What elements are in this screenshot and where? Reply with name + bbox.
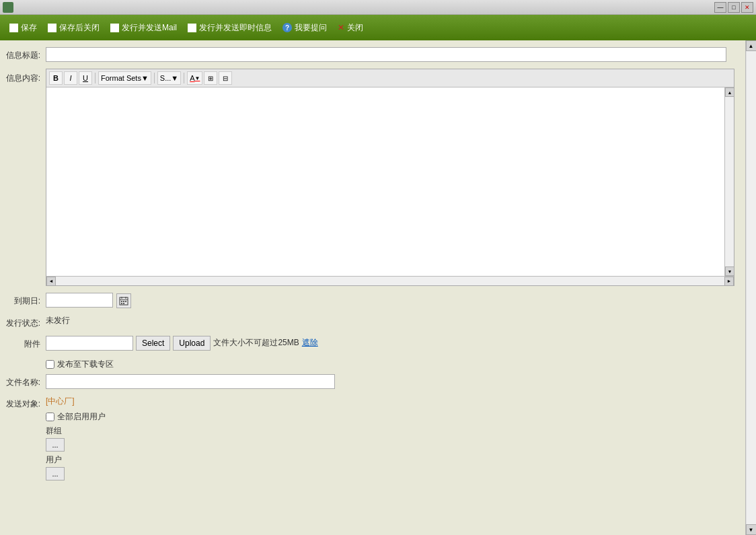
format-sets-button[interactable]: Format Sets▼ [98,71,151,85]
date-input[interactable] [46,293,113,308]
main-content: 信息标题: * 信息内容: B I U Format Sets▼ S [0,40,756,535]
save-close-icon [48,24,56,32]
scroll-up-button[interactable]: ▲ [746,40,757,51]
publish-download-label: 发布至下载专区 [57,359,114,370]
bold-button[interactable]: B [49,71,63,85]
publish-mail-icon [110,24,119,32]
recipients-row: 发送对象: [中心厂] 全部启用用户 群组 ... 用户 ... [0,394,745,485]
svg-rect-8 [123,303,124,304]
save-button[interactable]: 保存 [5,20,41,36]
publish-im-icon [188,24,196,32]
scroll-track-v [725,97,734,266]
select-button[interactable]: Select [136,336,170,351]
scroll-down-button[interactable]: ▼ [746,524,757,535]
separator3 [184,73,184,83]
maximize-button[interactable]: □ [728,2,740,13]
svg-rect-4 [121,301,122,302]
close-window-button[interactable]: ✕ [741,2,753,13]
due-date-label: 到期日: [5,293,46,307]
title-input[interactable] [46,47,726,62]
underline-button[interactable]: U [79,71,92,85]
attach-row: Select Upload 文件大小不可超过25MB 遮除 [46,336,740,351]
upload-button[interactable]: Upload [173,336,211,351]
attachment-label: 附件 [5,336,46,350]
right-scrollbar[interactable]: ▲ ▼ [745,40,756,535]
link-icon: ⊞ [208,75,213,82]
status-label: 发行状态: [5,315,46,329]
link-button[interactable]: ⊞ [204,71,217,85]
attachment-info: 文件大小不可超过25MB [213,337,299,349]
group-section: 群组 ... [46,425,740,452]
separator1 [95,73,96,83]
publish-download-checkbox[interactable] [46,360,54,369]
editor-body[interactable]: ▲ ▼ [46,87,734,276]
scroll-left-arrow[interactable]: ◄ [46,277,56,286]
title-bar: — □ ✕ [0,0,756,15]
recipients-control: [中心厂] 全部启用用户 群组 ... 用户 ... [46,396,740,483]
form-area: 信息标题: * 信息内容: B I U Format Sets▼ S [0,40,745,535]
user-button[interactable]: ... [46,467,65,480]
editor-container: B I U Format Sets▼ S...▼ A ▼ ⊞ [46,69,734,286]
user-section: 用户 ... [46,454,740,480]
title-control-area: * [46,47,740,62]
filename-label: 文件名称: [5,374,46,388]
user-label: 用户 [46,454,740,466]
unlink-icon: ⊟ [223,75,228,82]
scroll-up-arrow[interactable]: ▲ [725,87,734,97]
group-label: 群组 [46,425,740,437]
italic-button[interactable]: I [64,71,77,85]
filename-input[interactable] [46,374,335,389]
scroll-right-arrow[interactable]: ► [724,277,734,286]
title-row: 信息标题: * [0,46,745,63]
calendar-button[interactable] [116,293,131,308]
group-button[interactable]: ... [46,438,65,452]
content-row: 信息内容: B I U Format Sets▼ S...▼ A [0,67,745,287]
filename-control [46,374,740,389]
title-label: 信息标题: [5,47,46,61]
toolbar: 保存 保存后关闭 发行并发送Mail 发行并发送即时信息 ? 我要提问 ✕ 关闭 [0,15,756,40]
svg-rect-6 [125,301,126,302]
help-icon: ? [282,23,292,32]
publish-im-button[interactable]: 发行并发送即时信息 [184,20,276,36]
close-icon: ✕ [338,23,344,32]
scroll-track [747,51,756,524]
attachment-control: Select Upload 文件大小不可超过25MB 遮除 [46,336,740,351]
save-icon [9,24,18,32]
content-control-area: B I U Format Sets▼ S...▼ A ▼ ⊞ [46,69,740,286]
all-users-checkbox[interactable] [46,413,54,421]
separator2 [154,73,155,83]
minimize-button[interactable]: — [714,2,726,13]
editor-scrollbar-v[interactable]: ▲ ▼ [724,87,734,276]
size-button[interactable]: S...▼ [157,71,181,85]
help-button[interactable]: ? 我要提问 [278,20,331,36]
scroll-down-arrow[interactable]: ▼ [725,266,734,276]
app-icon [3,2,13,13]
save-close-button[interactable]: 保存后关闭 [44,20,104,36]
attachment-input[interactable] [46,336,133,351]
attachment-row: 附件 Select Upload 文件大小不可超过25MB 遮除 [0,334,745,352]
due-date-control [46,293,740,308]
svg-rect-5 [123,301,124,302]
content-label: 信息内容: [5,69,46,84]
svg-rect-7 [121,303,122,304]
due-date-row: 到期日: [0,291,745,310]
editor-scrollbar-h[interactable]: ◄ ► [46,276,734,285]
font-color-button[interactable]: A ▼ [187,71,202,85]
publish-mail-button[interactable]: 发行并发送Mail [106,20,181,36]
org-section: [中心厂] [46,396,740,407]
status-value-area: 未发行 [46,315,740,326]
status-value: 未发行 [46,313,70,325]
all-users-row: 全部启用用户 [46,408,740,425]
window-controls: — □ ✕ [714,2,753,13]
publish-download-row: 发布至下载专区 [46,356,745,373]
filename-row: 文件名称: [0,373,745,390]
status-row: 发行状态: 未发行 [0,314,745,330]
unlink-button[interactable]: ⊟ [219,71,232,85]
editor-toolbar: B I U Format Sets▼ S...▼ A ▼ ⊞ [46,69,734,87]
delete-link[interactable]: 遮除 [302,337,318,349]
all-users-label: 全部启用用户 [57,411,106,423]
calendar-icon [119,296,128,306]
close-form-button[interactable]: ✕ 关闭 [334,20,367,36]
recipients-label: 发送对象: [5,396,46,410]
